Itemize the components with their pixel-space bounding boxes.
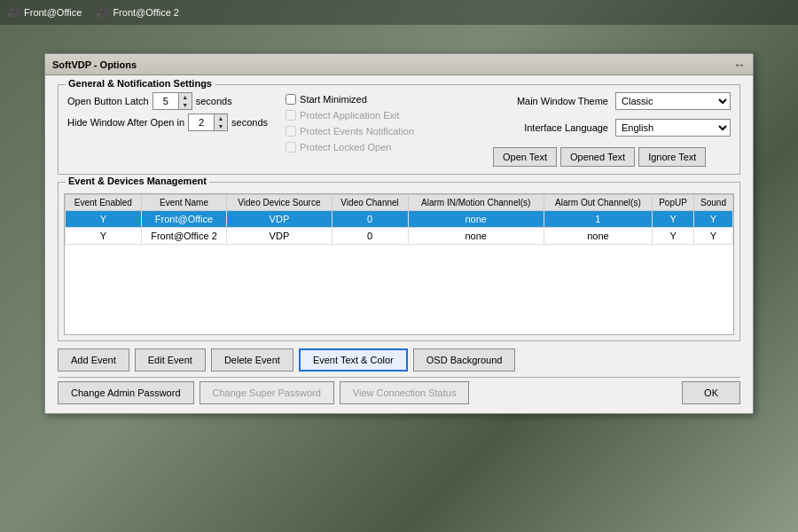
dialog-titlebar: SoftVDP - Options ↔ [45, 54, 753, 75]
protect-app-exit-label: Protect Application Exit [300, 110, 400, 121]
taskbar: 🎥 Front@Office 🎥 Front@Office 2 [0, 0, 798, 25]
main-window-theme-row: Main Window Theme Classic Modern Dark [493, 92, 731, 110]
main-window-theme-label: Main Window Theme [493, 96, 608, 106]
dialog-title: SoftVDP - Options [52, 59, 137, 70]
camera-icon-1: 🎥 [7, 6, 20, 19]
taskbar-item-2[interactable]: 🎥 Front@Office 2 [96, 6, 179, 19]
interface-language-label: Interface Language [493, 122, 608, 133]
protect-locked-row: Protect Locked Open [286, 142, 414, 153]
cell-1-1: Front@Office 2 [141, 228, 227, 245]
settings-right: Main Window Theme Classic Modern Dark In… [493, 92, 731, 167]
events-table-container: Event Enabled Event Name Video Device So… [64, 193, 734, 335]
cell-0-4: none [408, 211, 544, 228]
cell-1-4: none [408, 228, 544, 245]
spinbox-down-1[interactable]: ▼ [179, 101, 192, 109]
camera-icon-2: 🎥 [96, 6, 109, 19]
spinbox-arrows-1: ▲ ▼ [178, 93, 192, 109]
col-video-device-source: Video Device Source [227, 195, 332, 211]
table-row[interactable]: YFront@OfficeVDP0none1YY [66, 211, 733, 228]
ignore-text-button[interactable]: Ignore Text [638, 147, 706, 167]
events-table: Event Enabled Event Name Video Device So… [65, 194, 733, 245]
hide-window-label: Hide Window After Open in [67, 117, 184, 128]
open-text-button[interactable]: Open Text [493, 147, 557, 167]
ok-button[interactable]: OK [682, 381, 740, 404]
devices-section: Event & Devices Management Event Enabled… [58, 182, 740, 341]
protect-events-label: Protect Events Notification [300, 126, 414, 137]
cell-1-6: Y [653, 228, 694, 245]
hide-window-row: Hide Window After Open in 2 ▲ ▼ seconds [67, 113, 268, 131]
col-alarm-out: Alarm Out Channel(s) [544, 195, 652, 211]
opened-text-button[interactable]: Opened Text [560, 147, 635, 167]
cell-0-0: Y [66, 211, 142, 228]
delete-event-button[interactable]: Delete Event [211, 348, 293, 372]
separator [58, 377, 740, 378]
add-event-button[interactable]: Add Event [58, 348, 129, 372]
hide-window-spinbox[interactable]: 2 ▲ ▼ [188, 113, 228, 131]
seconds-label-1: seconds [196, 96, 232, 106]
protect-locked-checkbox[interactable] [286, 142, 296, 153]
cell-0-6: Y [653, 211, 694, 228]
taskbar-label-1: Front@Office [24, 7, 82, 18]
protect-app-exit-row: Protect Application Exit [286, 110, 414, 121]
cell-0-5: 1 [544, 211, 652, 228]
hide-window-input[interactable]: 2 [189, 114, 214, 130]
theme-dropdown[interactable]: Classic Modern Dark [615, 92, 731, 110]
cell-0-3: 0 [332, 211, 408, 228]
edit-event-button[interactable]: Edit Event [135, 348, 206, 372]
col-video-channel: Video Channel [332, 195, 408, 211]
interface-language-row: Interface Language English Spanish Frenc… [493, 119, 731, 137]
change-admin-password-button[interactable]: Change Admin Password [58, 381, 194, 404]
resize-icon[interactable]: ↔ [733, 58, 746, 72]
text-buttons-group: Open Text Opened Text Ignore Text [493, 147, 731, 167]
general-inner: Open Button Latch 5 ▲ ▼ seconds Hide Win… [67, 92, 731, 167]
protect-events-checkbox[interactable] [286, 126, 296, 137]
settings-left: Open Button Latch 5 ▲ ▼ seconds Hide Win… [67, 92, 268, 131]
osd-background-button[interactable]: OSD Background [413, 348, 516, 372]
devices-section-label: Event & Devices Management [66, 176, 209, 186]
options-dialog: SoftVDP - Options ↔ General & Notificati… [44, 53, 754, 414]
spinbox-arrows-2: ▲ ▼ [214, 114, 227, 130]
table-body: YFront@OfficeVDP0none1YYYFront@Office 2V… [66, 211, 733, 245]
cell-1-3: 0 [332, 228, 408, 245]
table-header: Event Enabled Event Name Video Device So… [66, 195, 733, 211]
cell-0-1: Front@Office [141, 211, 227, 228]
spinbox-down-2[interactable]: ▼ [215, 122, 227, 130]
cell-1-5: none [544, 228, 652, 245]
open-button-latch-spinbox[interactable]: 5 ▲ ▼ [153, 92, 192, 110]
spinbox-up-1[interactable]: ▲ [179, 93, 192, 101]
start-minimized-row: Start Minimized [286, 94, 414, 105]
general-section-label: General & Notification Settings [66, 78, 215, 89]
col-popup: PopUP [653, 195, 694, 211]
bottom-buttons: Add Event Edit Event Delete Event Event … [58, 348, 740, 372]
cell-0-7: Y [694, 211, 733, 228]
open-button-latch-input[interactable]: 5 [153, 93, 178, 109]
table-row[interactable]: YFront@Office 2VDP0nonenoneYY [66, 228, 733, 245]
settings-middle: Start Minimized Protect Application Exit… [286, 94, 414, 154]
seconds-label-2: seconds [231, 117, 268, 128]
col-sound: Sound [694, 195, 733, 211]
col-event-name: Event Name [141, 195, 227, 211]
change-super-password-button[interactable]: Change Super Password [200, 381, 334, 404]
cell-1-0: Y [66, 228, 142, 245]
taskbar-label-2: Front@Office 2 [113, 7, 179, 18]
taskbar-item-1[interactable]: 🎥 Front@Office [7, 6, 82, 19]
protect-events-row: Protect Events Notification [286, 126, 414, 137]
start-minimized-label: Start Minimized [300, 94, 367, 105]
cell-1-2: VDP [227, 228, 332, 245]
cell-0-2: VDP [227, 211, 332, 228]
cell-1-7: Y [694, 228, 733, 245]
spinbox-up-2[interactable]: ▲ [215, 114, 227, 122]
view-connection-status-button[interactable]: View Connection Status [340, 381, 470, 404]
language-dropdown[interactable]: English Spanish French [615, 119, 731, 137]
col-event-enabled: Event Enabled [66, 195, 142, 211]
general-settings-section: General & Notification Settings Open But… [58, 84, 740, 175]
protect-app-exit-checkbox[interactable] [286, 110, 296, 121]
footer-buttons: Change Admin Password Change Super Passw… [58, 381, 740, 404]
start-minimized-checkbox[interactable] [286, 94, 296, 105]
protect-locked-label: Protect Locked Open [300, 142, 391, 153]
dialog-body: General & Notification Settings Open But… [45, 75, 753, 413]
event-text-color-button[interactable]: Event Text & Color [299, 348, 408, 372]
open-button-latch-row: Open Button Latch 5 ▲ ▼ seconds [67, 92, 268, 110]
open-button-latch-label: Open Button Latch [67, 96, 149, 106]
col-alarm-in: Alarm IN/Motion Channel(s) [408, 195, 544, 211]
